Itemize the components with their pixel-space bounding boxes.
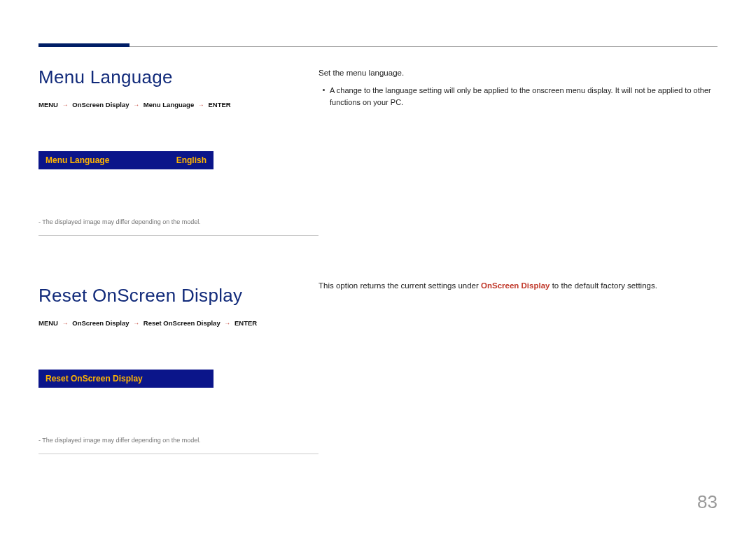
chevron-icon: → [131, 101, 141, 108]
bc-part: MENU [38, 319, 58, 327]
bc-part: ENTER [208, 101, 230, 108]
header-rule-thin [38, 46, 718, 47]
header-rule [38, 43, 718, 49]
header-rule-thick [38, 43, 130, 47]
section-menu-language: Menu Language MENU → OnScreen Display → … [38, 66, 318, 236]
osd-menu-label: Reset OnScreen Display [46, 374, 143, 384]
breadcrumb: MENU → OnScreen Display → Menu Language … [38, 101, 318, 108]
right-column: Set the menu language. A change to the l… [318, 66, 718, 499]
chevron-icon: → [60, 101, 71, 108]
content-columns: Menu Language MENU → OnScreen Display → … [38, 66, 718, 499]
inline-keyword: OnScreen Display [481, 281, 550, 290]
bc-part: ENTER [234, 319, 257, 327]
bc-part: MENU [38, 101, 58, 108]
breadcrumb: MENU → OnScreen Display → Reset OnScreen… [38, 319, 318, 327]
bc-part: Reset OnScreen Display [144, 319, 220, 327]
osd-menu-value: English [176, 155, 206, 165]
bc-part: OnScreen Display [72, 319, 129, 327]
footnote: The displayed image may differ depending… [38, 437, 318, 444]
section-reset-osd: Reset OnScreen Display MENU → OnScreen D… [38, 285, 318, 454]
chevron-icon: → [196, 101, 206, 108]
section-divider [38, 235, 318, 236]
chevron-icon: → [222, 320, 232, 327]
chevron-icon: → [60, 320, 71, 327]
osd-menu-row-reset: Reset OnScreen Display [38, 370, 214, 388]
section-title: Reset OnScreen Display [38, 285, 318, 307]
osd-menu-label: Menu Language [46, 155, 109, 165]
right-body-reset: This option returns the current settings… [318, 279, 718, 292]
bullet-note: A change to the language setting will on… [318, 85, 718, 108]
text-fragment: This option returns the current settings… [318, 281, 481, 290]
left-column: Menu Language MENU → OnScreen Display → … [38, 66, 318, 499]
chevron-icon: → [131, 320, 141, 327]
page-number: 83 [697, 491, 718, 513]
right-intro: Set the menu language. [318, 66, 718, 79]
osd-menu-row-language: Menu Language English [38, 151, 214, 169]
bc-part: OnScreen Display [72, 101, 129, 108]
manual-page: Menu Language MENU → OnScreen Display → … [0, 0, 756, 534]
footnote: The displayed image may differ depending… [38, 218, 318, 225]
text-fragment: to the default factory settings. [550, 281, 657, 290]
bc-part: Menu Language [144, 101, 194, 108]
section-divider [38, 454, 318, 454]
section-title: Menu Language [38, 66, 318, 88]
